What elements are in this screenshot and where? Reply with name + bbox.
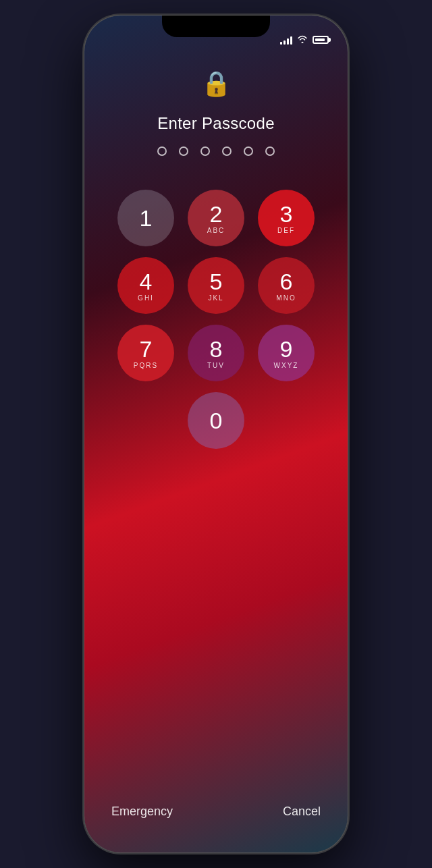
key-9-number: 9 xyxy=(280,337,293,360)
key-2-button[interactable]: 2 ABC xyxy=(188,190,244,246)
key-5-letters: JKL xyxy=(208,294,223,302)
key-7-number: 7 xyxy=(140,337,153,360)
signal-icon xyxy=(280,35,292,45)
battery-icon xyxy=(313,36,329,44)
key-8-button[interactable]: 8 TUV xyxy=(188,325,244,381)
key-9-letters: WXYZ xyxy=(274,362,299,369)
key-2-number: 2 xyxy=(210,202,223,225)
bottom-bar: Emergency Cancel xyxy=(84,805,348,819)
phone-screen: 🔒 Enter Passcode 1 2 ABC xyxy=(84,16,348,852)
key-0-button[interactable]: 0 xyxy=(188,392,244,449)
phone-frame: 🔒 Enter Passcode 1 2 ABC xyxy=(84,16,348,852)
screen-content: 🔒 Enter Passcode 1 2 ABC xyxy=(84,16,348,852)
key-4-letters: GHI xyxy=(138,294,154,302)
key-7-letters: PQRS xyxy=(134,362,158,369)
key-4-number: 4 xyxy=(140,270,153,293)
wifi-icon xyxy=(296,34,308,45)
key-1-number: 1 xyxy=(140,207,153,229)
key-3-number: 3 xyxy=(280,202,293,225)
key-5-number: 5 xyxy=(210,270,223,293)
keypad: 1 2 ABC 3 DEF 4 GHI xyxy=(117,190,315,449)
passcode-dot-1 xyxy=(157,146,167,156)
passcode-dot-4 xyxy=(222,146,232,156)
key-7-button[interactable]: 7 PQRS xyxy=(117,325,174,381)
key-4-button[interactable]: 4 GHI xyxy=(117,257,174,314)
key-0-number: 0 xyxy=(210,409,223,432)
key-3-letters: DEF xyxy=(277,227,295,234)
keypad-row-4: 0 xyxy=(188,392,244,449)
passcode-title: Enter Passcode xyxy=(157,114,275,133)
passcode-dot-3 xyxy=(200,146,210,156)
key-3-button[interactable]: 3 DEF xyxy=(258,190,315,246)
lock-icon: 🔒 xyxy=(201,70,232,98)
emergency-button[interactable]: Emergency xyxy=(111,805,173,819)
passcode-dot-2 xyxy=(179,146,188,156)
keypad-row-1: 1 2 ABC 3 DEF xyxy=(117,190,315,246)
key-9-button[interactable]: 9 WXYZ xyxy=(258,325,315,381)
passcode-dots xyxy=(157,146,275,156)
key-1-button[interactable]: 1 xyxy=(117,190,174,246)
key-8-letters: TUV xyxy=(207,362,225,369)
cancel-button[interactable]: Cancel xyxy=(283,805,321,819)
key-2-letters: ABC xyxy=(207,227,225,234)
keypad-row-2: 4 GHI 5 JKL 6 MNO xyxy=(117,257,315,314)
key-6-letters: MNO xyxy=(276,294,296,302)
key-6-number: 6 xyxy=(280,270,293,293)
key-8-number: 8 xyxy=(210,337,223,360)
keypad-row-3: 7 PQRS 8 TUV 9 WXYZ xyxy=(117,325,315,381)
passcode-dot-5 xyxy=(244,146,253,156)
key-5-button[interactable]: 5 JKL xyxy=(188,257,244,314)
status-icons xyxy=(280,34,329,45)
notch xyxy=(162,16,270,37)
passcode-dot-6 xyxy=(265,146,275,156)
key-6-button[interactable]: 6 MNO xyxy=(258,257,315,314)
